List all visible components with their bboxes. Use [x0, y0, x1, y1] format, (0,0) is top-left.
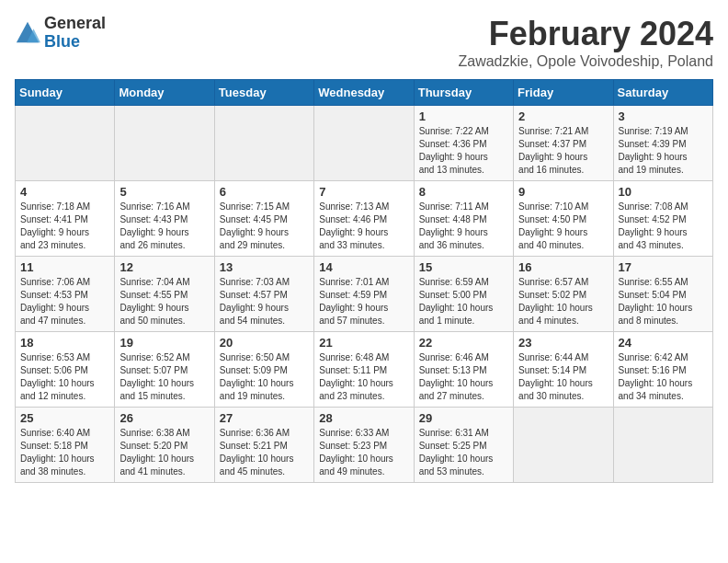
- day-info: Sunrise: 6:52 AM Sunset: 5:07 PM Dayligh…: [119, 351, 209, 403]
- day-number: 24: [619, 336, 708, 350]
- day-info: Sunrise: 6:42 AM Sunset: 5:16 PM Dayligh…: [619, 351, 708, 403]
- day-info: Sunrise: 6:46 AM Sunset: 5:13 PM Dayligh…: [419, 351, 508, 403]
- calendar-day-cell: 1Sunrise: 7:22 AM Sunset: 4:36 PM Daylig…: [414, 106, 513, 181]
- day-info: Sunrise: 6:38 AM Sunset: 5:20 PM Dayligh…: [119, 427, 209, 478]
- calendar-col-header: Saturday: [613, 80, 712, 106]
- day-info: Sunrise: 7:22 AM Sunset: 4:36 PM Dayligh…: [419, 125, 508, 177]
- calendar-col-header: Thursday: [414, 80, 513, 106]
- day-info: Sunrise: 6:53 AM Sunset: 5:06 PM Dayligh…: [20, 351, 109, 403]
- calendar-day-cell: [514, 408, 613, 483]
- calendar-day-cell: 5Sunrise: 7:16 AM Sunset: 4:43 PM Daylig…: [115, 181, 214, 257]
- day-number: 14: [319, 260, 408, 274]
- calendar-day-cell: 14Sunrise: 7:01 AM Sunset: 4:59 PM Dayli…: [314, 257, 414, 332]
- calendar-day-cell: 25Sunrise: 6:40 AM Sunset: 5:18 PM Dayli…: [16, 408, 115, 483]
- calendar-day-cell: [115, 106, 214, 181]
- calendar-day-cell: 3Sunrise: 7:19 AM Sunset: 4:39 PM Daylig…: [613, 106, 712, 181]
- day-info: Sunrise: 6:50 AM Sunset: 5:09 PM Dayligh…: [220, 351, 309, 403]
- calendar-week-row: 4Sunrise: 7:18 AM Sunset: 4:41 PM Daylig…: [16, 181, 713, 257]
- day-number: 4: [20, 185, 109, 199]
- calendar-day-cell: 28Sunrise: 6:33 AM Sunset: 5:23 PM Dayli…: [314, 408, 414, 483]
- calendar-day-cell: 7Sunrise: 7:13 AM Sunset: 4:46 PM Daylig…: [314, 181, 414, 257]
- day-number: 10: [619, 185, 708, 199]
- calendar-week-row: 25Sunrise: 6:40 AM Sunset: 5:18 PM Dayli…: [16, 408, 713, 483]
- page-header: General Blue February 2024 Zawadzkie, Op…: [15, 15, 713, 70]
- day-info: Sunrise: 6:31 AM Sunset: 5:25 PM Dayligh…: [419, 427, 508, 478]
- day-number: 12: [119, 260, 209, 274]
- day-info: Sunrise: 6:48 AM Sunset: 5:11 PM Dayligh…: [319, 351, 408, 403]
- day-number: 1: [419, 109, 508, 123]
- day-info: Sunrise: 7:19 AM Sunset: 4:39 PM Dayligh…: [619, 125, 708, 177]
- logo-text: General Blue: [44, 15, 106, 52]
- calendar-day-cell: [214, 106, 313, 181]
- calendar-day-cell: 17Sunrise: 6:55 AM Sunset: 5:04 PM Dayli…: [613, 257, 712, 332]
- day-info: Sunrise: 6:59 AM Sunset: 5:00 PM Dayligh…: [419, 276, 508, 327]
- calendar-day-cell: 10Sunrise: 7:08 AM Sunset: 4:52 PM Dayli…: [613, 181, 712, 257]
- calendar-day-cell: 20Sunrise: 6:50 AM Sunset: 5:09 PM Dayli…: [214, 332, 313, 408]
- day-number: 8: [419, 185, 508, 199]
- day-number: 16: [518, 260, 608, 274]
- day-number: 29: [419, 411, 508, 425]
- day-info: Sunrise: 6:44 AM Sunset: 5:14 PM Dayligh…: [518, 351, 608, 403]
- calendar-header-row: SundayMondayTuesdayWednesdayThursdayFrid…: [16, 80, 713, 106]
- calendar-day-cell: 18Sunrise: 6:53 AM Sunset: 5:06 PM Dayli…: [16, 332, 115, 408]
- day-number: 25: [20, 411, 109, 425]
- calendar-day-cell: 29Sunrise: 6:31 AM Sunset: 5:25 PM Dayli…: [414, 408, 513, 483]
- calendar-week-row: 1Sunrise: 7:22 AM Sunset: 4:36 PM Daylig…: [16, 106, 713, 181]
- day-info: Sunrise: 6:36 AM Sunset: 5:21 PM Dayligh…: [220, 427, 309, 478]
- day-info: Sunrise: 7:16 AM Sunset: 4:43 PM Dayligh…: [119, 201, 209, 252]
- day-number: 27: [220, 411, 309, 425]
- day-number: 5: [119, 185, 209, 199]
- calendar-day-cell: 2Sunrise: 7:21 AM Sunset: 4:37 PM Daylig…: [514, 106, 613, 181]
- calendar-day-cell: 26Sunrise: 6:38 AM Sunset: 5:20 PM Dayli…: [115, 408, 214, 483]
- calendar-day-cell: 12Sunrise: 7:04 AM Sunset: 4:55 PM Dayli…: [115, 257, 214, 332]
- day-info: Sunrise: 7:10 AM Sunset: 4:50 PM Dayligh…: [518, 201, 608, 252]
- day-number: 9: [518, 185, 608, 199]
- day-info: Sunrise: 6:40 AM Sunset: 5:18 PM Dayligh…: [20, 427, 109, 478]
- calendar-col-header: Monday: [115, 80, 214, 106]
- day-number: 23: [518, 336, 608, 350]
- day-info: Sunrise: 7:06 AM Sunset: 4:53 PM Dayligh…: [20, 276, 109, 327]
- calendar-day-cell: 9Sunrise: 7:10 AM Sunset: 4:50 PM Daylig…: [514, 181, 613, 257]
- day-number: 6: [220, 185, 309, 199]
- calendar-day-cell: [314, 106, 414, 181]
- calendar-day-cell: 4Sunrise: 7:18 AM Sunset: 4:41 PM Daylig…: [16, 181, 115, 257]
- calendar-day-cell: [16, 106, 115, 181]
- calendar-col-header: Tuesday: [214, 80, 313, 106]
- day-number: 13: [220, 260, 309, 274]
- calendar-col-header: Wednesday: [314, 80, 414, 106]
- calendar-day-cell: 22Sunrise: 6:46 AM Sunset: 5:13 PM Dayli…: [414, 332, 513, 408]
- logo-general-text: General: [44, 15, 106, 33]
- day-number: 3: [619, 109, 708, 123]
- day-number: 11: [20, 260, 109, 274]
- calendar-day-cell: 6Sunrise: 7:15 AM Sunset: 4:45 PM Daylig…: [214, 181, 313, 257]
- day-number: 17: [619, 260, 708, 274]
- calendar-day-cell: 24Sunrise: 6:42 AM Sunset: 5:16 PM Dayli…: [613, 332, 712, 408]
- day-info: Sunrise: 7:18 AM Sunset: 4:41 PM Dayligh…: [20, 201, 109, 252]
- day-info: Sunrise: 6:57 AM Sunset: 5:02 PM Dayligh…: [518, 276, 608, 327]
- page-title: February 2024: [458, 15, 713, 53]
- day-info: Sunrise: 7:11 AM Sunset: 4:48 PM Dayligh…: [419, 201, 508, 252]
- calendar-week-row: 18Sunrise: 6:53 AM Sunset: 5:06 PM Dayli…: [16, 332, 713, 408]
- calendar-day-cell: [613, 408, 712, 483]
- calendar-day-cell: 19Sunrise: 6:52 AM Sunset: 5:07 PM Dayli…: [115, 332, 214, 408]
- day-number: 15: [419, 260, 508, 274]
- logo-blue-text: Blue: [44, 33, 106, 52]
- day-info: Sunrise: 6:55 AM Sunset: 5:04 PM Dayligh…: [619, 276, 708, 327]
- calendar-col-header: Sunday: [16, 80, 115, 106]
- day-info: Sunrise: 7:21 AM Sunset: 4:37 PM Dayligh…: [518, 125, 608, 177]
- day-number: 22: [419, 336, 508, 350]
- day-info: Sunrise: 7:13 AM Sunset: 4:46 PM Dayligh…: [319, 201, 408, 252]
- calendar-day-cell: 15Sunrise: 6:59 AM Sunset: 5:00 PM Dayli…: [414, 257, 513, 332]
- day-info: Sunrise: 7:15 AM Sunset: 4:45 PM Dayligh…: [220, 201, 309, 252]
- calendar-day-cell: 13Sunrise: 7:03 AM Sunset: 4:57 PM Dayli…: [214, 257, 313, 332]
- day-info: Sunrise: 7:01 AM Sunset: 4:59 PM Dayligh…: [319, 276, 408, 327]
- day-number: 7: [319, 185, 408, 199]
- day-info: Sunrise: 7:03 AM Sunset: 4:57 PM Dayligh…: [220, 276, 309, 327]
- day-number: 18: [20, 336, 109, 350]
- page-subtitle: Zawadzkie, Opole Voivodeship, Poland: [458, 53, 713, 70]
- title-section: February 2024 Zawadzkie, Opole Voivodesh…: [458, 15, 713, 70]
- calendar-day-cell: 8Sunrise: 7:11 AM Sunset: 4:48 PM Daylig…: [414, 181, 513, 257]
- calendar-col-header: Friday: [514, 80, 613, 106]
- calendar-week-row: 11Sunrise: 7:06 AM Sunset: 4:53 PM Dayli…: [16, 257, 713, 332]
- day-info: Sunrise: 7:08 AM Sunset: 4:52 PM Dayligh…: [619, 201, 708, 252]
